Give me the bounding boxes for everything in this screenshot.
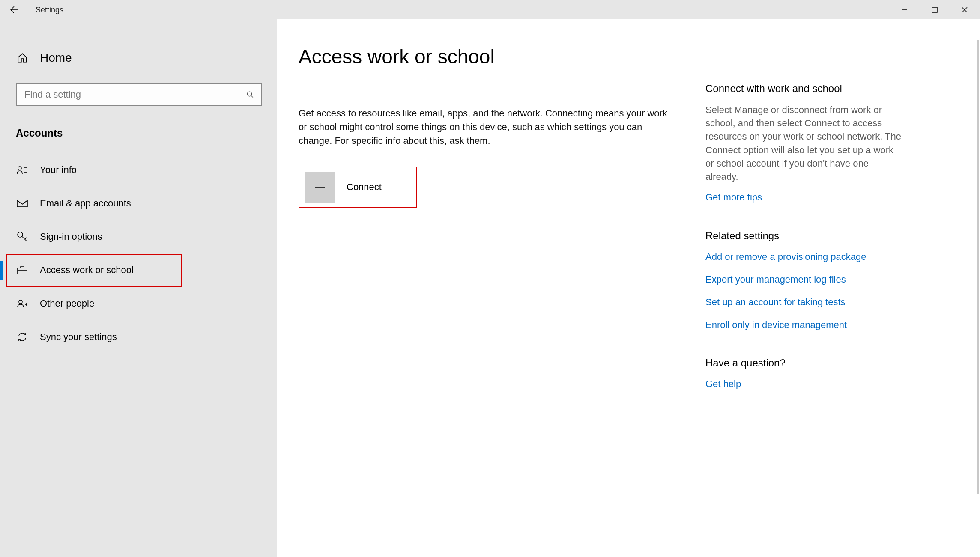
- svg-line-13: [25, 238, 27, 239]
- people-icon: [16, 299, 29, 308]
- plus-icon: [305, 172, 335, 203]
- close-icon: [961, 6, 968, 13]
- sidebar-item-your-info[interactable]: Your info: [0, 157, 277, 183]
- svg-rect-10: [17, 200, 27, 207]
- search-icon: [246, 91, 254, 98]
- svg-rect-1: [932, 7, 937, 12]
- home-label: Home: [40, 51, 72, 65]
- sidebar-item-label: Sign-in options: [40, 231, 102, 242]
- sidebar-section-header: Accounts: [0, 106, 277, 149]
- right-panel: Connect with work and school Select Mana…: [697, 45, 902, 557]
- briefcase-icon: [16, 265, 29, 275]
- sidebar-item-label: Access work or school: [40, 265, 134, 276]
- sidebar-item-other-people[interactable]: Other people: [0, 291, 277, 316]
- get-help-link[interactable]: Get help: [705, 378, 902, 391]
- home-icon: [16, 52, 29, 63]
- question-heading: Have a question?: [705, 357, 902, 369]
- enroll-device-management-link[interactable]: Enroll only in device management: [705, 319, 902, 332]
- maximize-icon: [931, 6, 938, 13]
- key-icon: [16, 231, 29, 242]
- window-title: Settings: [36, 6, 63, 15]
- sidebar-item-label: Email & app accounts: [40, 198, 131, 209]
- get-more-tips-link[interactable]: Get more tips: [705, 191, 902, 204]
- main-content: Access work or school Get access to reso…: [277, 19, 980, 557]
- back-button[interactable]: [4, 0, 23, 19]
- svg-point-16: [19, 300, 22, 304]
- sidebar: Home Accounts Your info Email & app acco…: [0, 19, 277, 557]
- sync-icon: [16, 331, 29, 343]
- maximize-button[interactable]: [920, 0, 950, 19]
- connect-label: Connect: [347, 182, 382, 193]
- titlebar: Settings: [0, 0, 980, 19]
- page-title: Access work or school: [299, 45, 697, 68]
- svg-point-4: [247, 92, 252, 96]
- sidebar-item-label: Your info: [40, 164, 77, 176]
- back-arrow-icon: [9, 6, 18, 14]
- svg-point-6: [18, 167, 21, 170]
- mail-icon: [16, 199, 29, 208]
- export-logs-link[interactable]: Export your management log files: [705, 273, 902, 286]
- close-button[interactable]: [950, 0, 980, 19]
- page-description: Get access to resources like email, apps…: [299, 107, 675, 148]
- provisioning-package-link[interactable]: Add or remove a provisioning package: [705, 250, 902, 264]
- scrollbar[interactable]: [977, 40, 979, 494]
- sidebar-item-email-accounts[interactable]: Email & app accounts: [0, 191, 277, 216]
- user-info-icon: [16, 165, 29, 175]
- search-input[interactable]: [16, 83, 262, 106]
- connect-button[interactable]: Connect: [299, 167, 417, 208]
- svg-rect-14: [18, 268, 27, 274]
- connect-heading: Connect with work and school: [705, 83, 902, 95]
- setup-tests-account-link[interactable]: Set up an account for taking tests: [705, 296, 902, 309]
- connect-text: Select Manage or disconnect from work or…: [705, 103, 902, 183]
- sidebar-item-sign-in-options[interactable]: Sign-in options: [0, 224, 277, 250]
- minimize-button[interactable]: [890, 0, 920, 19]
- search-field[interactable]: [16, 83, 262, 106]
- svg-line-5: [251, 95, 253, 98]
- window-controls: [890, 0, 980, 19]
- minimize-icon: [901, 6, 908, 13]
- sidebar-item-sync-settings[interactable]: Sync your settings: [0, 324, 277, 350]
- sidebar-item-access-work-school[interactable]: Access work or school: [0, 257, 277, 283]
- sidebar-item-label: Sync your settings: [40, 331, 117, 343]
- sidebar-item-label: Other people: [40, 298, 94, 309]
- related-settings-heading: Related settings: [705, 230, 902, 242]
- home-button[interactable]: Home: [0, 45, 277, 71]
